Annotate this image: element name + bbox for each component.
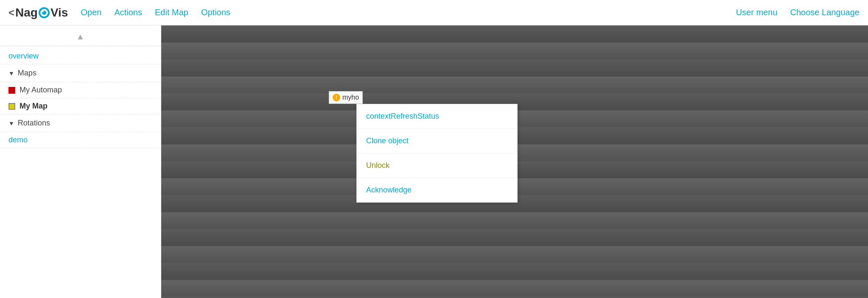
sidebar-rotations-label: Rotations	[18, 119, 50, 128]
context-clone-label: Clone object	[366, 136, 409, 145]
nav-options[interactable]: Options	[201, 8, 230, 17]
sidebar-my-map-label: My Map	[20, 102, 48, 111]
sidebar-my-automap-label: My Automap	[20, 86, 62, 95]
sidebar: ▲ overview ▼ Maps My Automap My Map ▼ Ro…	[0, 25, 161, 298]
logo-eye-icon	[38, 6, 50, 19]
sidebar-item-demo[interactable]: demo	[0, 132, 161, 148]
maps-arrow-icon: ▼	[8, 70, 14, 77]
map-status-yellow-icon	[8, 103, 15, 110]
context-menu-unlock[interactable]: Unlock	[357, 153, 517, 178]
svg-point-3	[42, 11, 44, 12]
main-layout: ▲ overview ▼ Maps My Automap My Map ▼ Ro…	[0, 25, 868, 298]
nav-user-menu[interactable]: User menu	[736, 8, 778, 17]
sidebar-item-my-map[interactable]: My Map	[0, 98, 161, 114]
sidebar-top-bar: ▲	[0, 30, 161, 46]
context-menu: contextRefreshStatus Clone object Unlock…	[356, 104, 518, 203]
logo-prefix: <	[8, 7, 14, 19]
map-status-red-icon	[8, 87, 15, 94]
context-menu-refresh[interactable]: contextRefreshStatus	[357, 104, 517, 129]
context-acknowledge-label: Acknowledge	[366, 186, 412, 194]
nav-open[interactable]: Open	[81, 8, 101, 17]
logo-vis: Vis	[50, 6, 68, 19]
host-name: myho	[342, 94, 359, 101]
logo[interactable]: < Nag Vis	[8, 6, 68, 19]
map-area: ! myho contextRefreshStatus Clone object…	[161, 25, 868, 298]
context-refresh-label: contextRefreshStatus	[366, 112, 439, 120]
nav-right: User menu Choose Language	[736, 8, 860, 17]
sidebar-item-overview[interactable]: overview	[0, 48, 161, 64]
context-unlock-label: Unlock	[366, 161, 389, 170]
context-menu-acknowledge[interactable]: Acknowledge	[357, 178, 517, 202]
sidebar-maps-header[interactable]: ▼ Maps	[0, 64, 161, 82]
sidebar-rotations-header[interactable]: ▼ Rotations	[0, 114, 161, 132]
sidebar-item-my-automap[interactable]: My Automap	[0, 82, 161, 98]
nav-choose-language[interactable]: Choose Language	[790, 8, 860, 17]
nav-actions[interactable]: Actions	[114, 8, 142, 17]
header: < Nag Vis Open Actions Edit Map Options …	[0, 0, 868, 25]
nav-edit-map[interactable]: Edit Map	[155, 8, 188, 17]
sidebar-maps-label: Maps	[18, 69, 36, 78]
logo-nag: Nag	[15, 6, 38, 19]
host-label[interactable]: ! myho	[329, 91, 363, 104]
context-menu-clone[interactable]: Clone object	[357, 129, 517, 153]
main-nav: Open Actions Edit Map Options	[81, 8, 736, 17]
sidebar-collapse-arrow[interactable]: ▲	[76, 32, 85, 42]
rotations-arrow-icon: ▼	[8, 120, 14, 127]
host-warning-icon: !	[333, 94, 340, 101]
